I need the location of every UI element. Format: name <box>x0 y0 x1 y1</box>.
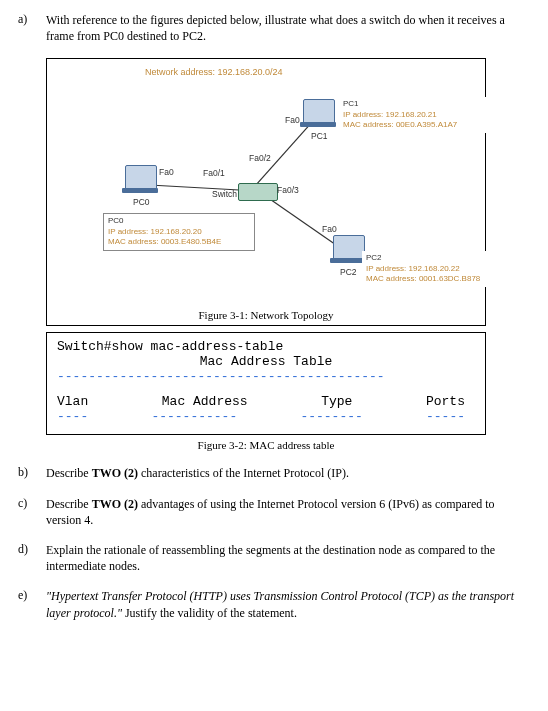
question-e-tail: Justify the validity of the statement. <box>122 606 297 620</box>
mac-cmd: Switch#show mac-address-table <box>57 339 475 354</box>
question-b: b) Describe TWO (2) characteristics of t… <box>18 465 530 481</box>
pc2-base <box>330 258 366 263</box>
pc2-mac: MAC address: 0001.63DC.B878 <box>366 274 506 284</box>
pc1-base <box>300 122 336 127</box>
col-ports: Ports <box>426 394 465 409</box>
switch-port-2: Fa0/2 <box>249 153 271 163</box>
question-d-label: d) <box>18 542 46 574</box>
switch-icon <box>238 183 278 201</box>
pc0-name: PC0 <box>133 197 150 207</box>
question-b-label: b) <box>18 465 46 481</box>
pc1-mac: MAC address: 00E0.A395.A1A7 <box>343 120 483 130</box>
question-a: a) With reference to the figures depicte… <box>18 12 530 44</box>
figure-1-container: Network address: 192.168.20.0/24 PC0 Fa0… <box>46 58 486 326</box>
dash-ports: ----- <box>426 409 465 424</box>
question-e-text: "Hypertext Transfer Protocol (HTTP) uses… <box>46 588 530 620</box>
question-d: d) Explain the rationale of reassembling… <box>18 542 530 574</box>
pc2-fa: Fa0 <box>322 224 337 234</box>
pc0-info-box: PC0 IP address: 192.168.20.20 MAC addres… <box>103 213 255 250</box>
question-b-text: Describe TWO (2) characteristics of the … <box>46 465 530 481</box>
spacer <box>57 384 475 394</box>
switch-port-1: Fa0/1 <box>203 168 225 178</box>
question-e-label: e) <box>18 588 46 620</box>
switch-port-3: Fa0/3 <box>277 185 299 195</box>
pc0-icon <box>125 165 157 189</box>
pc2-info-title: PC2 <box>366 253 506 263</box>
question-e: e) "Hypertext Transfer Protocol (HTTP) u… <box>18 588 530 620</box>
pc0-fa: Fa0 <box>159 167 174 177</box>
figure-2-caption: Figure 3-2: MAC address table <box>46 439 486 451</box>
pc2-info-box: PC2 IP address: 192.168.20.22 MAC addres… <box>362 251 510 286</box>
question-d-text: Explain the rationale of reassembling th… <box>46 542 530 574</box>
pc2-name: PC2 <box>340 267 357 277</box>
pc1-info-box: PC1 IP address: 192.168.20.21 MAC addres… <box>339 97 487 132</box>
pc1-name: PC1 <box>311 131 328 141</box>
mac-col-dashes: ---- ----------- -------- ----- <box>57 409 475 424</box>
pc0-base <box>122 188 158 193</box>
network-topology: Network address: 192.168.20.0/24 PC0 Fa0… <box>55 67 477 307</box>
dash-type: -------- <box>300 409 362 424</box>
pc0-ip: IP address: 192.168.20.20 <box>108 227 250 237</box>
mac-title: Mac Address Table <box>57 354 475 369</box>
col-vlan: Vlan <box>57 394 88 409</box>
svg-line-2 <box>264 195 339 247</box>
dash-mac: ----------- <box>151 409 237 424</box>
pc0-mac: MAC address: 0003.E480.5B4E <box>108 237 250 247</box>
pc0-info-title: PC0 <box>108 216 250 226</box>
switch-name: Switch <box>212 189 237 199</box>
col-mac: Mac Address <box>162 394 248 409</box>
pc1-info-title: PC1 <box>343 99 483 109</box>
pc1-icon <box>303 99 335 123</box>
figure-1-caption: Figure 3-1: Network Topology <box>55 309 477 321</box>
question-c-label: c) <box>18 496 46 528</box>
figure-2-container: Switch#show mac-address-table Mac Addres… <box>46 332 486 435</box>
pc1-ip: IP address: 192.168.20.21 <box>343 110 483 120</box>
question-c-text: Describe TWO (2) advantages of using the… <box>46 496 530 528</box>
mac-columns: Vlan Mac Address Type Ports <box>57 394 475 409</box>
question-a-text: With reference to the figures depicted b… <box>46 12 530 44</box>
pc2-ip: IP address: 192.168.20.22 <box>366 264 506 274</box>
pc2-icon <box>333 235 365 259</box>
pc1-fa: Fa0 <box>285 115 300 125</box>
question-a-label: a) <box>18 12 46 44</box>
mac-top-dash: ----------------------------------------… <box>57 369 475 384</box>
question-c: c) Describe TWO (2) advantages of using … <box>18 496 530 528</box>
dash-vlan: ---- <box>57 409 88 424</box>
col-type: Type <box>321 394 352 409</box>
